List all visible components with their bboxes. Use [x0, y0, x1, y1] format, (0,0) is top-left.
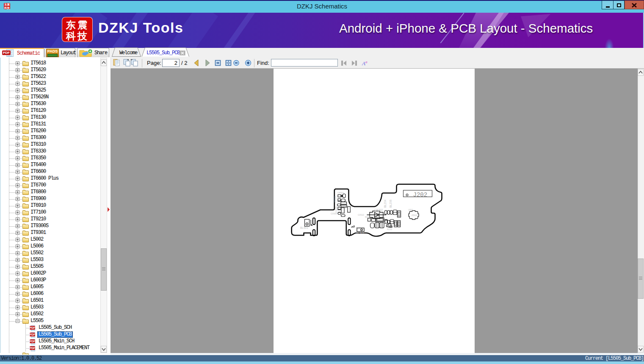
svg-text:BL204: BL204: [384, 200, 387, 208]
svg-text:J202: J202: [413, 192, 428, 198]
svg-text:C0504: C0504: [334, 196, 337, 203]
svg-text:BL501: BL501: [300, 226, 308, 229]
svg-text:C0508: C0508: [331, 212, 337, 215]
svg-text:BL206: BL206: [389, 200, 392, 208]
svg-text:J501: J501: [411, 214, 417, 217]
svg-text:BL509: BL509: [356, 231, 364, 234]
svg-text:C0510: C0510: [358, 214, 364, 216]
svg-text:R203: R203: [387, 228, 392, 231]
svg-text:A: A: [362, 60, 365, 67]
svg-text:CR501: CR501: [337, 192, 344, 194]
svg-text:C0506: C0506: [335, 206, 337, 213]
svg-text:a: a: [365, 60, 368, 64]
svg-text:R201: R201: [365, 216, 370, 218]
svg-text:U501: U501: [408, 208, 413, 211]
svg-text:CR202: CR202: [374, 208, 383, 211]
